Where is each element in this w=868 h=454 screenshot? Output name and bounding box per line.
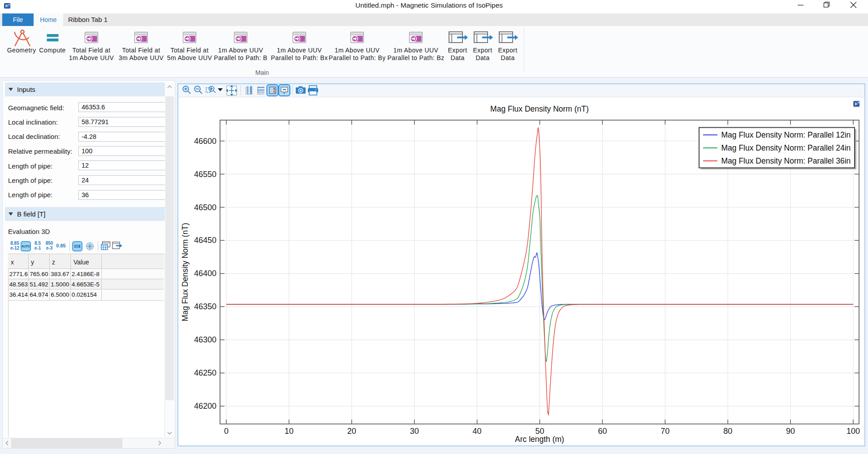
svg-text:46500: 46500 [194,203,216,212]
svg-text:Mag Flux Density Norm: Paralle: Mag Flux Density Norm: Parallel 12in [721,130,851,139]
svg-text:100: 100 [846,427,860,436]
svg-text:Mag Flux Density Norm: Paralle: Mag Flux Density Norm: Parallel 24in [721,143,851,152]
svg-text:Mag Flux Density Norm: Paralle: Mag Flux Density Norm: Parallel 36in [721,156,851,165]
svg-text:46350: 46350 [194,302,216,311]
svg-text:80: 80 [723,427,732,436]
svg-text:46200: 46200 [194,402,216,411]
svg-text:60: 60 [598,427,607,436]
svg-text:46400: 46400 [194,269,216,278]
svg-text:20: 20 [347,427,356,436]
svg-text:90: 90 [786,427,795,436]
svg-text:Mag Flux Density Norm (nT): Mag Flux Density Norm (nT) [181,223,190,321]
svg-text:30: 30 [410,427,419,436]
svg-text:Arc length (m): Arc length (m) [515,435,564,444]
svg-text:46450: 46450 [194,236,216,245]
svg-text:40: 40 [473,427,482,436]
svg-text:50: 50 [535,427,544,436]
svg-text:46250: 46250 [194,368,216,377]
svg-text:46550: 46550 [194,170,216,179]
svg-text:46300: 46300 [194,335,216,344]
svg-text:10: 10 [285,427,294,436]
svg-text:46600: 46600 [194,137,216,146]
svg-text:Mag Flux Density Norm (nT): Mag Flux Density Norm (nT) [490,104,589,113]
svg-text:70: 70 [661,427,669,436]
svg-text:0: 0 [224,427,229,436]
